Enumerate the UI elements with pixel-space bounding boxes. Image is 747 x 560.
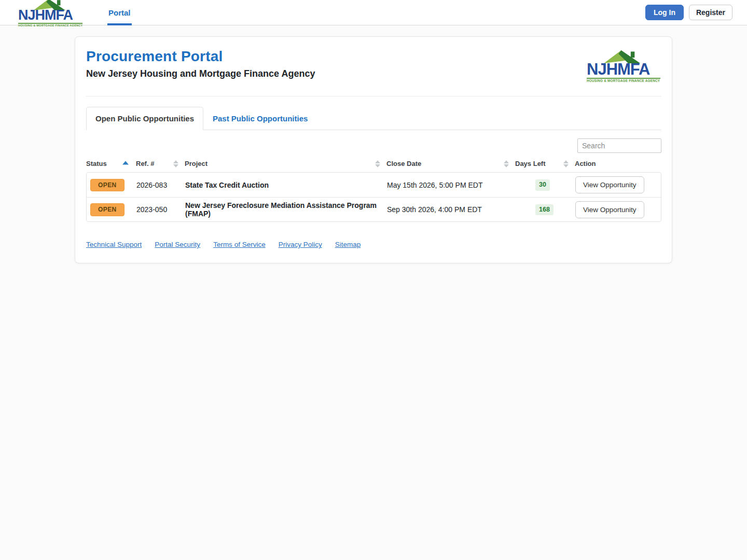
view-opportunity-button[interactable]: View Opportunity	[575, 176, 644, 193]
days-left-cell: 168	[516, 204, 575, 216]
header-divider	[86, 96, 661, 96]
opportunities-table: OPEN 2026-083 State Tax Credit Auction M…	[86, 172, 661, 222]
status-cell: OPEN	[87, 179, 136, 191]
tab-open-public-opportunities[interactable]: Open Public Opportunities	[86, 107, 203, 130]
brand-tagline: HOUSING & MORTGAGE FINANCE AGENCY	[587, 78, 660, 82]
status-badge: OPEN	[90, 203, 125, 216]
procurement-portal-card: Procurement Portal New Jersey Housing an…	[75, 36, 672, 263]
ref-cell: 2026-083	[136, 181, 185, 189]
page-title: Procurement Portal	[86, 48, 315, 65]
brand-name: NJHMFA	[587, 61, 649, 77]
status-badge: OPEN	[90, 179, 125, 191]
sitemap-link[interactable]: Sitemap	[335, 241, 361, 248]
column-label: Project	[185, 160, 208, 167]
sort-both-icon	[173, 160, 178, 167]
tab-past-public-opportunities[interactable]: Past Public Opportunities	[203, 107, 317, 130]
view-opportunity-button[interactable]: View Opportunity	[575, 201, 644, 218]
column-header-project[interactable]: Project	[185, 160, 386, 167]
search-row	[86, 138, 661, 153]
status-cell: OPEN	[87, 203, 136, 216]
nav-item-portal[interactable]: Portal	[107, 0, 132, 25]
column-header-action: Action	[575, 160, 661, 167]
top-navbar: NJHMFA HOUSING & MORTGAGE FINANCE AGENCY…	[0, 0, 747, 25]
brand-tagline: HOUSING & MORTGAGE FINANCE AGENCY	[18, 23, 82, 27]
njhmfa-logo-card: NJHMFA HOUSING & MORTGAGE FINANCE AGENCY	[587, 50, 660, 82]
sort-ascending-icon	[122, 161, 129, 165]
column-header-close-date[interactable]: Close Date	[386, 160, 515, 167]
close-date-cell: Sep 30th 2026, 4:00 PM EDT	[387, 205, 516, 214]
nav-actions: Log In Register	[645, 5, 732, 20]
days-left-badge: 168	[535, 204, 554, 216]
card-header: Procurement Portal New Jersey Housing an…	[86, 48, 661, 82]
brand-name: NJHMFA	[18, 8, 73, 22]
card-titles: Procurement Portal New Jersey Housing an…	[86, 48, 315, 79]
table-row: OPEN 2026-083 State Tax Credit Auction M…	[87, 173, 661, 197]
njhmfa-logo[interactable]: NJHMFA HOUSING & MORTGAGE FINANCE AGENCY	[18, 0, 82, 27]
column-label: Ref. #	[136, 160, 154, 167]
sort-both-icon	[563, 160, 569, 167]
opportunity-tabs: Open Public Opportunities Past Public Op…	[86, 107, 661, 130]
portal-security-link[interactable]: Portal Security	[155, 241, 200, 248]
close-date-cell: May 15th 2026, 5:00 PM EDT	[387, 181, 516, 189]
sort-both-icon	[375, 160, 380, 167]
action-cell: View Opportunity	[575, 201, 661, 218]
days-left-cell: 30	[516, 179, 575, 191]
table-header-row: Status Ref. # Project Close Date Days Le…	[86, 160, 661, 172]
days-left-badge: 30	[535, 179, 550, 191]
ref-cell: 2023-050	[136, 205, 185, 214]
register-button[interactable]: Register	[689, 5, 732, 20]
column-label: Status	[86, 160, 107, 167]
page-subtitle: New Jersey Housing and Mortgage Finance …	[86, 68, 315, 79]
project-cell: New Jersey Foreclosure Mediation Assista…	[185, 201, 387, 218]
search-input[interactable]	[577, 138, 661, 153]
column-label: Action	[575, 160, 596, 167]
action-cell: View Opportunity	[575, 176, 661, 193]
sort-both-icon	[504, 160, 509, 167]
technical-support-link[interactable]: Technical Support	[86, 241, 142, 248]
terms-of-service-link[interactable]: Terms of Service	[213, 241, 266, 248]
project-cell: State Tax Credit Auction	[185, 181, 387, 189]
column-header-days-left[interactable]: Days Left	[515, 160, 575, 167]
card-footer-links: Technical Support Portal Security Terms …	[86, 241, 661, 248]
privacy-policy-link[interactable]: Privacy Policy	[279, 241, 322, 248]
login-button[interactable]: Log In	[645, 5, 684, 20]
column-header-ref[interactable]: Ref. #	[136, 160, 185, 167]
column-label: Days Left	[515, 160, 546, 167]
column-label: Close Date	[386, 160, 421, 167]
nav-links: Portal	[107, 0, 132, 25]
table-row: OPEN 2023-050 New Jersey Foreclosure Med…	[87, 197, 661, 221]
column-header-status[interactable]: Status	[86, 160, 136, 167]
